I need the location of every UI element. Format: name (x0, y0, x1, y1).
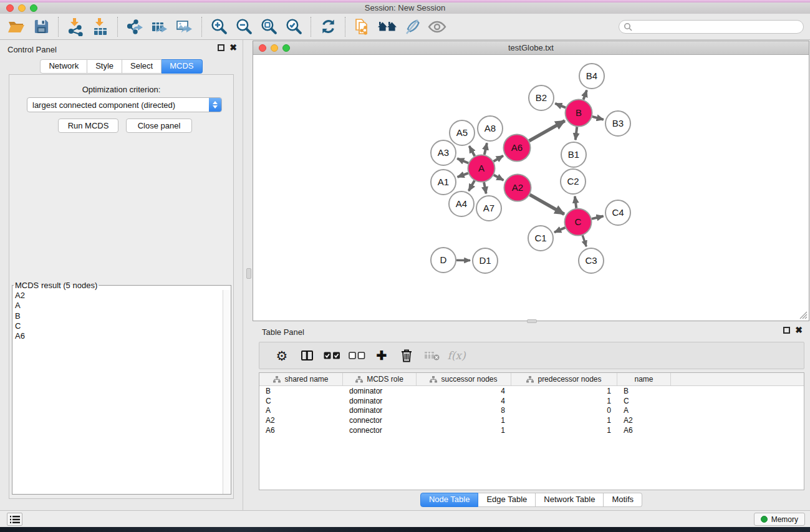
network-node-C3[interactable]: C3 (579, 248, 604, 273)
export-image-button[interactable] (172, 15, 197, 39)
network-node-C1[interactable]: C1 (528, 226, 553, 251)
network-node-D[interactable]: D (431, 248, 456, 273)
hide-graphics-button[interactable] (400, 15, 425, 39)
table-cell[interactable]: dominator (343, 397, 417, 405)
edge-A-A3[interactable] (457, 158, 468, 163)
table-cell[interactable]: A6 (617, 426, 671, 435)
new-network-from-file-button[interactable] (350, 15, 375, 39)
zoom-fit-button[interactable] (256, 15, 281, 39)
delete-table-button[interactable] (419, 350, 444, 361)
edge-A-A4[interactable] (469, 181, 475, 191)
node-table[interactable]: shared nameMCDS rolesuccessor nodesprede… (259, 372, 804, 490)
table-cell[interactable]: A (259, 406, 343, 415)
result-item[interactable]: B (12, 311, 223, 321)
minimize-window-button[interactable] (18, 4, 26, 12)
edge-C-C3[interactable] (582, 235, 586, 246)
table-cell[interactable]: A2 (259, 416, 343, 425)
table-cell[interactable]: connector (343, 426, 417, 435)
network-node-A3[interactable]: A3 (431, 140, 456, 165)
network-node-D1[interactable]: D1 (473, 248, 498, 273)
edge-B-B1[interactable] (576, 127, 577, 140)
edge-A-A6[interactable] (494, 156, 503, 162)
network-node-A4[interactable]: A4 (449, 191, 474, 216)
close-table-panel-icon[interactable]: ✖ (795, 327, 803, 334)
memory-button[interactable]: Memory (754, 513, 805, 526)
edge-B-B4[interactable] (584, 90, 587, 100)
table-cell[interactable]: connector (343, 416, 417, 425)
refresh-button[interactable] (316, 15, 340, 39)
network-node-B1[interactable]: B1 (561, 142, 586, 167)
search-input[interactable] (635, 21, 803, 32)
column-header-successor-nodes[interactable]: successor nodes (417, 373, 511, 385)
tab-motifs[interactable]: Motifs (604, 493, 642, 507)
export-table-button[interactable] (147, 15, 172, 39)
table-cell[interactable]: A (617, 406, 671, 415)
network-node-A7[interactable]: A7 (476, 196, 501, 221)
network-node-A1[interactable]: A1 (431, 170, 456, 195)
table-cell[interactable]: A2 (617, 416, 671, 425)
tab-node-table[interactable]: Node Table (420, 493, 479, 507)
result-scrollbar[interactable] (223, 290, 231, 494)
table-cell[interactable]: B (259, 387, 343, 395)
tab-mcds[interactable]: MCDS (162, 59, 202, 74)
network-node-B[interactable]: B (566, 100, 592, 127)
float-panel-icon[interactable] (218, 44, 224, 51)
table-cell[interactable]: 4 (417, 397, 511, 405)
network-node-A2[interactable]: A2 (504, 175, 531, 201)
table-row[interactable]: Cdominator41C (259, 396, 804, 406)
show-hide-view-button[interactable] (425, 15, 450, 39)
result-item[interactable]: A6 (12, 331, 223, 341)
edge-C-C2[interactable] (575, 196, 576, 208)
task-history-button[interactable] (7, 513, 22, 526)
function-builder-button[interactable]: f(x) (444, 349, 469, 362)
network-zoom-button[interactable] (282, 44, 290, 52)
column-header-shared-name[interactable]: shared name (259, 373, 343, 385)
column-header-predecessor-nodes[interactable]: predecessor nodes (511, 373, 617, 385)
table-cell[interactable]: C (259, 397, 343, 405)
tab-network-table[interactable]: Network Table (536, 493, 604, 507)
export-network-button[interactable] (122, 15, 147, 39)
add-column-button[interactable]: ✚ (369, 349, 394, 362)
table-row[interactable]: Adominator80A (259, 406, 804, 416)
delete-column-button[interactable] (394, 349, 419, 362)
edge-B-B2[interactable] (555, 104, 566, 108)
zoom-out-button[interactable] (231, 15, 256, 39)
network-node-B3[interactable]: B3 (605, 111, 630, 136)
result-item[interactable]: A (12, 301, 223, 311)
resize-grip-icon[interactable] (798, 310, 808, 319)
close-panel-button[interactable]: Close panel (126, 118, 192, 133)
zoom-in-button[interactable] (206, 15, 231, 39)
result-item[interactable]: C (12, 321, 223, 331)
deselect-all-button[interactable] (344, 352, 369, 359)
vertical-split-handle[interactable] (246, 268, 251, 279)
network-minimize-button[interactable] (271, 44, 278, 52)
table-cell[interactable]: C (617, 397, 671, 405)
run-mcds-button[interactable]: Run MCDS (58, 118, 118, 133)
network-node-B4[interactable]: B4 (579, 64, 604, 89)
table-cell[interactable]: A6 (259, 426, 343, 435)
table-cell[interactable]: dominator (343, 387, 417, 395)
save-session-button[interactable] (29, 15, 54, 39)
result-item[interactable]: A2 (12, 291, 223, 301)
show-columns-button[interactable] (294, 351, 319, 360)
network-window-titlebar[interactable]: testGlobe.txt (253, 41, 809, 55)
search-box[interactable] (619, 20, 804, 34)
tab-network[interactable]: Network (40, 59, 87, 74)
select-all-button[interactable] (319, 352, 344, 359)
import-table-button[interactable] (88, 15, 113, 39)
edge-A6-B[interactable] (529, 121, 565, 141)
table-cell[interactable]: 0 (511, 406, 617, 415)
column-header-name[interactable]: name (617, 373, 671, 385)
float-table-panel-icon[interactable] (783, 327, 790, 334)
table-row[interactable]: A2connector11A2 (259, 415, 804, 425)
network-node-A5[interactable]: A5 (450, 120, 475, 145)
tab-edge-table[interactable]: Edge Table (478, 493, 536, 507)
import-network-button[interactable] (63, 15, 88, 39)
network-node-A6[interactable]: A6 (504, 135, 531, 162)
table-cell[interactable]: dominator (343, 406, 417, 415)
network-node-A8[interactable]: A8 (478, 116, 503, 141)
zoom-window-button[interactable] (30, 4, 37, 12)
edge-C-C1[interactable] (554, 228, 565, 233)
titlebar[interactable]: Session: New Session (0, 2, 810, 14)
table-settings-button[interactable]: ⚙ (269, 349, 294, 362)
